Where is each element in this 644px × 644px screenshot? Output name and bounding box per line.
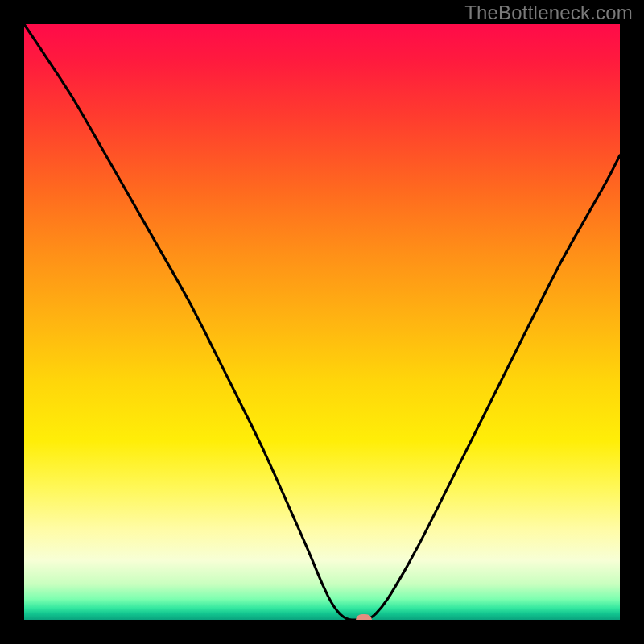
watermark-text: TheBottleneck.com (464, 2, 633, 24)
plot-area (24, 24, 620, 620)
chart-frame: TheBottleneck.com (0, 0, 644, 644)
bottleneck-curve (24, 24, 620, 620)
optimal-marker (356, 614, 372, 620)
